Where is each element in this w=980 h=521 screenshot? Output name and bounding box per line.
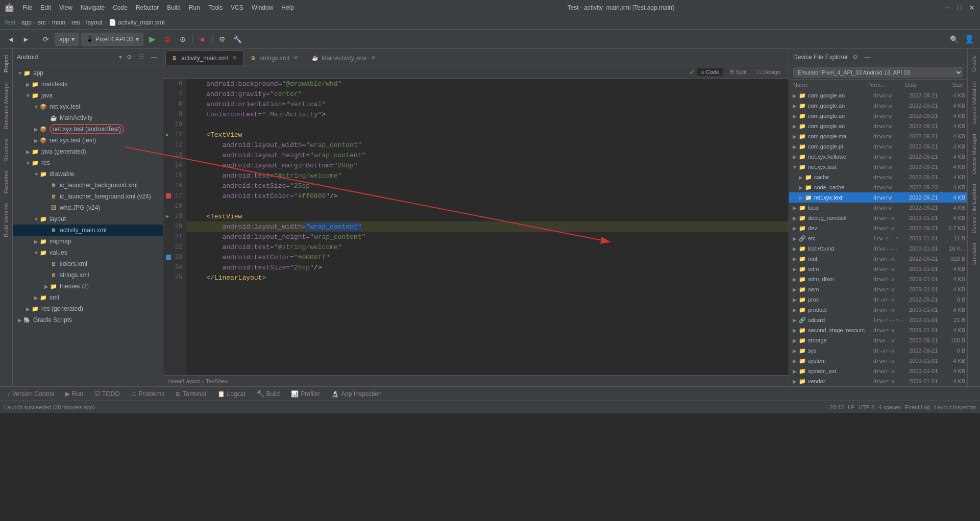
tree-item-package-main[interactable]: ▼ 📦 net.xyx.test [13,101,163,112]
search-button[interactable]: 🔍 [947,33,961,46]
minimize-button[interactable]: ─ [943,4,951,12]
menu-window[interactable]: Window [248,3,278,13]
menu-navigate[interactable]: Navigate [77,3,109,13]
file-row[interactable]: ▶ 📁 system drwxr-x 2009-01-01 4 KB [789,356,967,366]
tree-item-whd[interactable]: 🖼 whd.JPG (v24) [13,202,163,213]
tab-mainactivity[interactable]: ☕ MainActivity.java ✕ [306,51,382,65]
settings-icon[interactable]: ⚙ [850,52,860,62]
file-row-code-cache[interactable]: ▶ 📁 code_cache drwxrw 2022-09-23 4 KB [789,182,967,192]
tree-item-xml[interactable]: ▶ 📁 xml [13,292,163,303]
bottom-tab-terminal[interactable]: ⊞ Terminal [170,389,211,399]
tree-item-java-generated[interactable]: ▶ 📁 java (generated) [13,146,163,157]
tree-item-res[interactable]: ▼ 📁 res [13,157,163,168]
file-row[interactable]: ▶ 📁 mnt drwxr-x 2022-09-21 320 B [789,254,967,264]
menu-file[interactable]: File [18,3,36,13]
settings-icon[interactable]: ⚙ [124,52,134,62]
event-log[interactable]: Event Log [905,404,930,410]
file-row[interactable]: ▶ 📁 oem drwxr-x 2009-01-01 4 KB [789,284,967,294]
file-row[interactable]: ▶ 📁 dev drwxr-x 2022-09-21 2.7 KB [789,223,967,233]
tree-item-ic-background[interactable]: 🗎 ic_launcher_background.xml [13,180,163,191]
tab-close-button[interactable]: ✕ [292,55,300,62]
file-row[interactable]: ▶ 🔗 sdcard lrw-r--r-- 2009-01-01 21 B [789,315,967,325]
bottom-tab-version-control[interactable]: ↕ Version Control [2,389,59,399]
tree-item-app[interactable]: ▼ 📁 app [13,67,163,79]
tree-item-values[interactable]: ▼ 📁 values [13,247,163,258]
tree-item-java[interactable]: ▼ 📁 java [13,90,163,101]
bottom-tab-todo[interactable]: ☑ TODO [89,389,125,399]
file-row[interactable]: ▶ 📁 product drwxr-x 2009-01-01 4 KB [789,305,967,315]
breadcrumb-item[interactable]: Test [4,19,15,26]
bottom-tab-app-inspection[interactable]: 🔬 App Inspection [326,389,386,399]
file-row[interactable]: ▶ 🔗 etc lrw-r--r-- 2009-01-01 11 B [789,233,967,243]
tree-item-mipmap[interactable]: ▶ 📁 mipmap [13,236,163,247]
bottom-tab-profiler[interactable]: 📊 Profiler [286,389,325,399]
build-button[interactable]: ⚙ [216,33,229,46]
sidebar-tab-layout-validation[interactable]: Layout Validation [969,77,979,128]
menu-edit[interactable]: Edit [36,3,55,13]
file-row[interactable]: ▶ 📁 odm drwxr-x 2009-01-01 4 KB [789,264,967,274]
tab-activity-main[interactable]: 🗎 activity_main.xml ✕ [165,51,243,65]
file-row-net-xyx-test[interactable]: ▼ 📁 net.xyx.test drwxrw 2022-09-21 4 KB [789,162,967,172]
menu-code[interactable]: Code [109,3,132,13]
sidebar-tab-project[interactable]: Project [1,51,11,77]
file-row[interactable]: ▶ 📁 com.google.pi drwxrw 2022-09-21 4 KB [789,141,967,152]
maximize-button[interactable]: □ [955,4,964,12]
tree-item-strings[interactable]: 🗎 strings.xml [13,269,163,281]
file-row-local[interactable]: ▶ 📁 local drwxrw 2022-09-21 4 KB [789,203,967,213]
tab-close-button[interactable]: ✕ [231,55,238,62]
breadcrumb-item[interactable]: layout [86,19,103,26]
file-row[interactable]: ▶ 📁 proc dr-xr-x 2022-09-21 0 B [789,294,967,305]
menu-run[interactable]: Run [185,3,204,13]
sidebar-tab-device-file-explorer[interactable]: Device File Explorer [969,179,979,237]
tree-item-themes[interactable]: ▶ 📁 themes (2) [13,281,163,292]
run-button[interactable]: ▶ [145,33,159,46]
layout-inspector[interactable]: Layout Inspector [935,404,976,410]
file-row[interactable]: ▶ 📁 com.google.an drwxrw 2022-09-21 4 KB [789,111,967,121]
file-row[interactable]: ▶ 📁 com.google.ma drwxrw 2022-09-21 4 KB [789,131,967,141]
bottom-tab-logcat[interactable]: 📋 Logcat [212,389,251,399]
tree-item-drawable[interactable]: ▼ 📁 drawable [13,168,163,180]
breadcrumb-item[interactable]: res [71,19,80,26]
breadcrumb-item[interactable]: TextView [206,378,228,384]
sidebar-tab-emulator[interactable]: Emulator [969,238,979,269]
breadcrumb-item[interactable]: LinearLayout [167,378,200,384]
menu-tools[interactable]: Tools [204,3,227,13]
account-button[interactable]: 👤 [963,33,976,46]
sidebar-tab-favorites[interactable]: Favorites [1,166,11,197]
back-button[interactable]: ◄ [4,33,17,46]
file-row[interactable]: ▶ 📁 debug_ramdisk drwxr-x 2009-01-01 4 K… [789,213,967,223]
sidebar-tab-gradle[interactable]: Gradle [969,51,979,76]
menu-help[interactable]: Help [277,3,298,13]
view-design-button[interactable]: ◻ Design [753,67,785,76]
forward-button[interactable]: ► [19,33,33,46]
breadcrumb-item[interactable]: src [38,19,46,26]
tree-item-package-androidtest[interactable]: ▶ 📦 net.xyx.test (androidTest) [13,123,163,135]
menu-refactor[interactable]: Refactor [132,3,163,13]
code-content[interactable]: android:background="@drawable/whd" andro… [186,79,789,375]
tree-item-mainactivity[interactable]: ☕ MainActivity [13,112,163,123]
tree-item-colors[interactable]: 🗎 colors.xml [13,258,163,269]
close-icon[interactable]: — [862,52,872,62]
file-row[interactable]: ▶ 📁 net.xyx.hellowc drwxrw 2022-09-21 4 … [789,152,967,162]
tree-item-res-generated[interactable]: ▶ 📁 res (generated) [13,303,163,314]
profile-button[interactable]: ⊛ [176,33,189,46]
tree-item-ic-foreground[interactable]: 🗎 ic_launcher_foreground.xml (v24) [13,191,163,202]
menu-vcs[interactable]: VCS [227,3,248,13]
tree-item-manifests[interactable]: ▶ 📁 manifests [13,79,163,90]
file-row[interactable]: ▶ 📁 storage drwx--x 2022-09-21 100 B [789,335,967,345]
device-selector[interactable]: 📱 Pixel 4 API 33 ▾ [81,33,143,46]
file-row[interactable]: ▶ 📁 com.google.an drwxrw 2022-09-21 4 KB [789,101,967,111]
layout-icon[interactable]: ☰ [136,52,146,62]
file-row[interactable]: ▶ 📁 sys dr-xr-x 2022-09-21 0 B [789,345,967,356]
file-row[interactable]: ▶ 📁 com.google.an drwxrw 2022-09-21 4 KB [789,90,967,101]
view-split-button[interactable]: ⊞ Split [725,67,750,76]
close-button[interactable]: ✕ [968,4,976,12]
device-dropdown[interactable]: Emulator Pixel_4_API_33 Android 13, API … [793,67,963,78]
file-row-cache[interactable]: ▶ 📁 cache drwxrw 2022-09-21 4 KB [789,172,967,182]
app-selector[interactable]: app ▾ [55,33,79,46]
debug-button[interactable]: 🐞 [161,33,174,46]
settings-button[interactable]: 🔧 [231,33,244,46]
tree-item-activity-main[interactable]: 🗎 activity_main.xml [13,225,163,236]
view-code-button[interactable]: ≡ Code [697,68,724,76]
menu-build[interactable]: Build [163,3,185,13]
